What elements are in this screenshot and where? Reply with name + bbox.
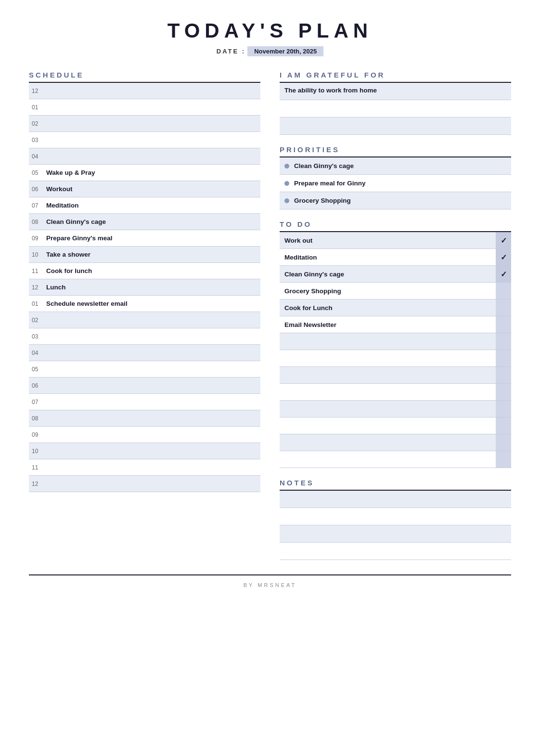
schedule-row: 01 (29, 99, 260, 116)
schedule-task: Meditation (44, 199, 81, 212)
todo-row (280, 417, 511, 434)
todo-checkbox[interactable] (496, 384, 511, 400)
schedule-hour: 11 (29, 464, 44, 471)
notes-row (280, 491, 511, 508)
todo-checkbox[interactable]: ✓ (496, 249, 511, 265)
todo-row (280, 451, 511, 468)
schedule-task (44, 366, 48, 372)
notes-row (280, 543, 511, 560)
priority-rows: Clean Ginny's cage Prepare meal for Ginn… (280, 157, 511, 209)
page-title: TODAY'S PLAN (29, 19, 511, 42)
todo-title: TO DO (280, 220, 511, 228)
todo-row (280, 434, 511, 451)
grateful-row (280, 117, 511, 135)
schedule-task (44, 350, 48, 356)
schedule-section: SCHEDULE 12 01 02 03 04 05 Wake up & Pra… (29, 71, 260, 492)
priorities-title: PRIORITIES (280, 145, 511, 154)
schedule-task (44, 88, 48, 94)
priority-dot (284, 164, 289, 169)
todo-checkbox[interactable] (496, 316, 511, 333)
todo-checkbox[interactable] (496, 367, 511, 383)
schedule-hour: 05 (29, 169, 44, 176)
schedule-task (44, 121, 48, 127)
schedule-task (44, 334, 48, 339)
todo-checkbox[interactable]: ✓ (496, 232, 511, 248)
priority-row: Grocery Shopping (280, 192, 511, 209)
todo-row: Clean Ginny's cage ✓ (280, 266, 511, 283)
todo-checkbox[interactable] (496, 434, 511, 451)
schedule-row: 08 (29, 410, 260, 427)
schedule-hour: 07 (29, 202, 44, 209)
priority-row: Prepare meal for Ginny (280, 175, 511, 192)
todo-checkbox[interactable]: ✓ (496, 266, 511, 282)
schedule-hour: 12 (29, 481, 44, 487)
date-row: DATE : November 20th, 2025 (29, 46, 511, 56)
todo-row (280, 384, 511, 401)
notes-row (280, 525, 511, 543)
schedule-row: 12 Lunch (29, 279, 260, 296)
schedule-row: 10 (29, 443, 260, 459)
todo-checkbox[interactable] (496, 300, 511, 316)
priority-row: Clean Ginny's cage (280, 157, 511, 175)
todo-checkbox[interactable] (496, 350, 511, 366)
todo-checkbox[interactable] (496, 333, 511, 350)
todo-checkbox[interactable] (496, 283, 511, 299)
schedule-hour: 04 (29, 153, 44, 160)
notes-rows (280, 491, 511, 560)
schedule-row: 09 Prepare Ginny's meal (29, 230, 260, 247)
priorities-section: PRIORITIES Clean Ginny's cage Prepare me… (280, 145, 511, 209)
schedule-row: 06 Workout (29, 181, 260, 197)
left-column: SCHEDULE 12 01 02 03 04 05 Wake up & Pra… (29, 71, 260, 560)
schedule-row: 08 Clean Ginny's cage (29, 214, 260, 230)
schedule-task: Take a shower (44, 248, 92, 261)
todo-task-text (280, 456, 496, 462)
todo-row: Cook for Lunch (280, 300, 511, 316)
todo-task-text (280, 389, 496, 395)
schedule-hour: 05 (29, 366, 44, 373)
schedule-hour: 12 (29, 284, 44, 291)
schedule-task (44, 383, 48, 389)
todo-task-text (280, 355, 496, 361)
schedule-hour: 01 (29, 104, 44, 111)
schedule-hour: 06 (29, 186, 44, 193)
todo-row (280, 350, 511, 367)
schedule-row: 05 Wake up & Pray (29, 165, 260, 181)
schedule-hour: 10 (29, 251, 44, 258)
main-layout: SCHEDULE 12 01 02 03 04 05 Wake up & Pra… (29, 71, 511, 560)
schedule-task (44, 399, 48, 405)
grateful-text: The ability to work from home (284, 87, 377, 94)
todo-row (280, 401, 511, 417)
todo-section: TO DO Work out ✓ Meditation ✓ Clean Ginn… (280, 220, 511, 468)
todo-checkbox[interactable] (496, 451, 511, 468)
schedule-task: Cook for lunch (44, 264, 94, 277)
todo-task-text (280, 440, 496, 445)
todo-task-text: Cook for Lunch (280, 301, 496, 314)
todo-checkbox[interactable] (496, 417, 511, 434)
schedule-hour: 02 (29, 317, 44, 324)
schedule-row: 02 (29, 116, 260, 132)
schedule-row: 05 (29, 361, 260, 378)
schedule-row: 02 (29, 312, 260, 328)
todo-task-text: Grocery Shopping (280, 285, 496, 298)
schedule-task (44, 481, 48, 487)
todo-task-text (280, 423, 496, 429)
priority-text: Clean Ginny's cage (294, 162, 354, 169)
schedule-hour: 02 (29, 120, 44, 127)
todo-row: Meditation ✓ (280, 249, 511, 266)
grateful-row: The ability to work from home (280, 83, 511, 100)
schedule-hour: 03 (29, 137, 44, 143)
schedule-task (44, 154, 48, 159)
grateful-row (280, 100, 511, 117)
schedule-task (44, 317, 48, 323)
schedule-row: 10 Take a shower (29, 247, 260, 263)
priority-text: Grocery Shopping (294, 197, 351, 204)
schedule-row: 07 Meditation (29, 197, 260, 214)
todo-checkbox[interactable] (496, 401, 511, 417)
notes-section: NOTES (280, 479, 511, 560)
schedule-hour: 08 (29, 415, 44, 422)
schedule-task (44, 137, 48, 143)
todo-row: Email Newsletter (280, 316, 511, 333)
schedule-hour: 01 (29, 300, 44, 307)
schedule-task (44, 104, 48, 110)
schedule-hour: 06 (29, 382, 44, 389)
